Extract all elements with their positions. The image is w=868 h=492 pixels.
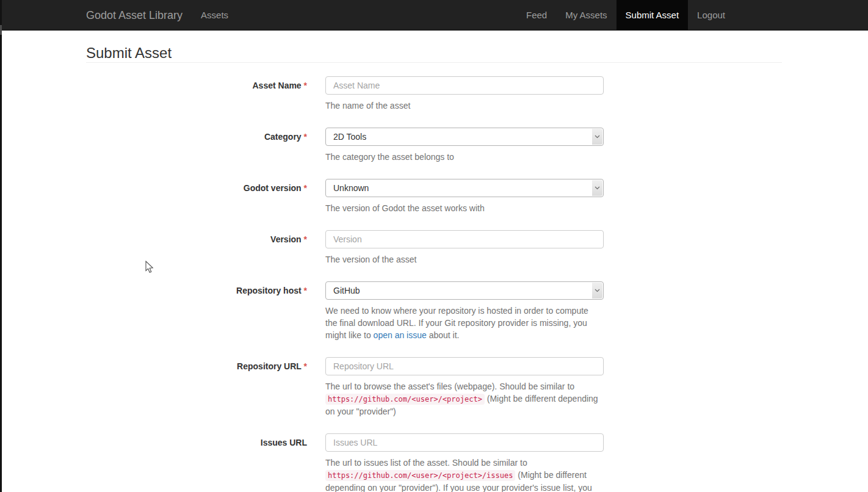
page-title: Submit Asset [86,46,782,63]
required-asterisk: * [304,234,307,244]
repository-url-label: Repository URL * [86,357,325,424]
required-asterisk: * [304,132,307,142]
repository-host-help: We need to know where your repository is… [325,305,604,341]
window-edge [0,0,2,492]
godot-version-selected-value: Unknown [333,183,369,193]
nav-item-logout[interactable]: Logout [688,0,782,31]
issues-url-label: Issues URL [86,433,325,492]
nav-item-my-assets[interactable]: My Assets [556,0,616,31]
repository-host-label: Repository host * [86,281,325,347]
repository-host-select[interactable]: GitHub [325,281,604,300]
repository-url-input[interactable] [325,357,604,375]
category-select[interactable]: 2D Tools [325,128,604,146]
issues-url-help: The url to issues list of the asset. Sho… [325,457,604,492]
repository-host-selected-value: GitHub [333,286,360,295]
open-an-issue-link[interactable]: open an issue [374,330,427,340]
version-label: Version * [86,230,325,272]
category-label: Category * [86,128,325,169]
version-help: The version of the asset [325,253,604,266]
form-group-version: Version * The version of the asset [86,230,782,272]
submit-asset-form: Asset Name * The name of the asset Categ… [86,76,782,492]
godot-version-select[interactable]: Unknown [325,179,604,197]
category-selected-value: 2D Tools [333,132,366,142]
form-group-issues-url: Issues URL The url to issues list of the… [86,433,782,492]
godot-version-label: Godot version * [86,179,325,220]
nav-item-feed[interactable]: Feed [517,0,556,31]
form-group-repository-url: Repository URL * The url to browse the a… [86,357,782,424]
form-group-godot-version: Godot version * Unknown The version of G… [86,179,782,220]
form-group-repository-host: Repository host * GitHub We need to know… [86,281,782,347]
required-asterisk: * [304,183,307,193]
asset-name-input[interactable] [325,76,604,95]
logout-label: Logout [697,9,725,21]
chevron-down-icon [592,129,602,145]
version-input[interactable] [325,230,604,248]
chevron-down-icon [592,180,602,196]
nav-item-assets[interactable]: Assets [192,0,237,31]
repository-url-help: The url to browse the asset's files (web… [325,380,604,418]
godot-version-help: The version of Godot the asset works wit… [325,202,604,214]
top-navbar: Godot Asset Library Assets Feed My Asset… [0,0,868,31]
repository-url-example-code: https://github.com/<user>/<project> [325,394,485,405]
logout-username-redacted [731,10,782,21]
issues-url-input[interactable] [325,433,604,452]
required-asterisk: * [304,81,307,90]
chevron-down-icon [592,283,602,298]
form-group-asset-name: Asset Name * The name of the asset [86,76,782,118]
form-group-category: Category * 2D Tools The category the ass… [86,128,782,169]
required-asterisk: * [304,286,307,295]
asset-name-help: The name of the asset [325,99,604,112]
category-help: The category the asset belongs to [325,151,604,163]
brand-link[interactable]: Godot Asset Library [86,0,192,31]
nav-item-submit-asset[interactable]: Submit Asset [617,0,689,31]
required-asterisk: * [304,361,307,371]
asset-name-label: Asset Name * [86,76,325,118]
issues-url-example-code: https://github.com/<user>/<project>/issu… [325,470,515,481]
